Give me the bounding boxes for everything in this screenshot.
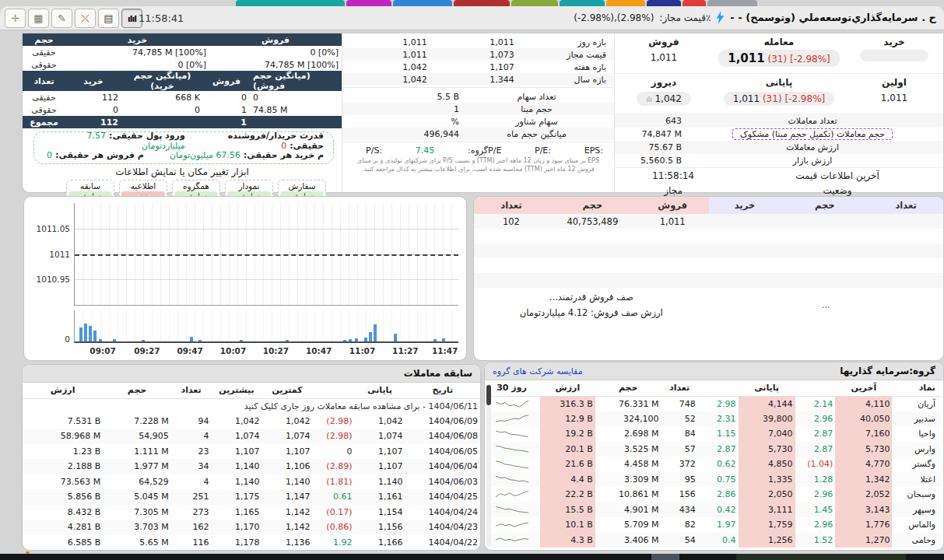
trade-history-panel: سابقه معاملات تاریخ پایانی کمترین بیشتری… (22, 364, 481, 551)
current-day-history-link[interactable]: 1404/06/11 - برای مشاهده سابقه معاملات ر… (23, 398, 480, 414)
top-tab[interactable]: DPS (647, 0, 681, 6)
count-sell-header: فروش (203, 71, 250, 91)
total-sell: 1 (203, 116, 250, 128)
sparkline-30d (493, 503, 531, 516)
history-row[interactable]: 1404/04/241,154(0.17)1,1421,1652737.305 … (23, 505, 480, 520)
ratios-footnote: EPS بر مبنای سود و زیان 12 ماهه اخیر (TT… (349, 157, 608, 174)
form-icon[interactable]: ▤ (98, 9, 119, 28)
scrollbar-thumb[interactable] (486, 385, 491, 405)
sparkline-30d (493, 473, 531, 485)
top-tab[interactable]: معرفی (560, 0, 605, 6)
group-symbol-row[interactable]: آریان4,1102.144,1442.9874876.331 M316.3 … (484, 396, 942, 411)
group-symbol-row[interactable]: وسبحان2,0522.962,0502.8615610.861 M22.2 … (484, 487, 942, 502)
top-tab[interactable]: سود و زیان (454, 0, 510, 6)
money-inflow-label: ورود پول حقیقی: (109, 131, 185, 141)
scrollbar[interactable] (486, 383, 491, 547)
buy-count-header: تعداد (869, 197, 943, 214)
orderbook-row[interactable] (474, 324, 943, 338)
top-tab[interactable]: سهامداران (707, 0, 757, 6)
fund-value: 1 (342, 104, 459, 114)
table-row: 0 [0%]74,785 M [100%]حقیقی (23, 46, 342, 58)
history-row[interactable]: 1404/04/231,156(0.86)1,1421,1701623.703 … (23, 520, 480, 535)
orderbook-row[interactable] (474, 273, 943, 288)
range-high: 1,011 (458, 37, 546, 47)
history-row[interactable]: 1404/04/221,1661.921,1361,1781165.65 M6.… (23, 535, 480, 551)
price-chart: 1011.05 1011 1010.95 (74, 203, 458, 306)
y-axis-tick: 1011.05 (37, 224, 70, 233)
group-symbol-row[interactable]: وحامی1,2701.521,2560.4543.406 M4.3 B (484, 533, 942, 548)
trade-pct: [-2.98%] (790, 54, 830, 65)
history-row[interactable]: 1404/06/091,042(2.98)1,0421,042947.228 M… (23, 414, 480, 429)
group-symbol-row[interactable]: واحیا7,1602.877,0401.15842.698 M19.2 B (484, 426, 942, 442)
volume-bar (433, 339, 437, 341)
close-price: 1,011 (733, 93, 760, 104)
history-row[interactable]: 1404/06/031,140(1.81)1,1401,140464,52973… (23, 474, 480, 490)
price-ranges: بازه روز1,0111,011 قیمت مجاز1,0731,011 ب… (342, 33, 614, 88)
volume-bar (374, 324, 377, 341)
x-axis-tick: 09:27 (134, 346, 160, 355)
top-tab[interactable]: انتشار (606, 0, 645, 6)
top-tab[interactable]: ترازنامه (511, 0, 558, 6)
group-title: گروه:سرمایه گذاریها (840, 366, 935, 376)
orderbook-row[interactable] (474, 229, 943, 243)
range-row: بازه هفته1,1071,042 (342, 61, 614, 73)
totals-label: مجموع (23, 116, 65, 128)
orderbook-panel: تعداد حجم خرید فروش حجم تعداد 1,011 40,7… (473, 196, 944, 361)
stat-row: ارزش معاملات75.67 B (615, 141, 943, 154)
flow-cell: 74,785 M [100%] (209, 58, 342, 71)
taskbar (0, 554, 944, 560)
ratios-row: EPS: P/E: P/Eگروه: 7.45 P/S: (342, 142, 614, 156)
top-tab[interactable]: تولید و فروش (393, 0, 452, 6)
orderbook-row[interactable] (474, 243, 943, 258)
sparkline-30d (493, 443, 531, 455)
group-symbol-row[interactable]: والماس1,7762.961,7591.97825.709 M10.1 B (484, 517, 942, 533)
yesterday-price-pill: ılı 1,042 (637, 92, 691, 106)
table-row: 74,785 M [100%]0 [0%]حقوقی (23, 58, 342, 71)
first-price: 1,011 (848, 90, 940, 103)
col-header-low: کمترین (261, 383, 312, 398)
add-icon[interactable]: ✛ (5, 9, 26, 28)
pe-label: P/E: (535, 145, 551, 156)
history-row[interactable]: 1404/04/251,1610.611,1471,1752515.045 M5… (23, 489, 480, 505)
orderbook-row[interactable] (474, 258, 943, 273)
close-label: پایانی (710, 77, 848, 88)
status-label: وضعیت (732, 185, 943, 196)
range-high: 1,344 (458, 75, 546, 85)
volume-bar (343, 340, 346, 341)
last-price-info-time: 11:58:14 (615, 170, 732, 181)
table-row: 00668 K112حقیقی (23, 91, 342, 103)
group-symbol-row[interactable]: وسپهر3,1431.453,1110.424344.901 M15.5 B (484, 502, 942, 518)
fund-value: % (342, 117, 459, 127)
trade-label: معامله (710, 37, 848, 47)
sparkline-30d (493, 412, 531, 425)
volume-bar (198, 340, 202, 341)
history-row[interactable]: 1404/06/041,107(2.89)1,1061,140341.977 M… (23, 459, 480, 474)
top-tab[interactable]: حد (683, 0, 706, 6)
price-limit-label: ٪قیمت مجاز: (659, 12, 711, 23)
group-symbol-row[interactable]: وارس5,7302.875,7302.87573.525 M20.1 B (484, 442, 942, 457)
quote-info-card: خرید معامله 1,011 (31) [-2.98%] فروش 1,0… (22, 33, 944, 193)
flow-buy-header: خرید (65, 33, 209, 46)
history-row[interactable]: 1404/06/051,10701,1071,107231.111 M1.23 … (23, 444, 480, 460)
page-title: ح . سرمايه‌گذاري‌توسعه‌ملي (وتوسمح) - - (730, 12, 936, 23)
group-symbol-row[interactable]: وگستر4,770(1.04)4,8500.623724.458 M21.6 … (484, 457, 942, 472)
note-icon[interactable]: ✎ (51, 9, 72, 28)
buy-queue-placeholder: ... (709, 288, 943, 324)
volume-zero-tick: 0 (65, 334, 70, 344)
volume-bar (190, 337, 193, 341)
group-symbol-row[interactable]: سدبیر40,0502.9639,8002.3152324,10012.9 B (484, 411, 942, 427)
buy-price-pill[interactable] (860, 50, 928, 61)
top-tab[interactable]: تصمیمات مجمع (236, 0, 345, 6)
group-symbol-row[interactable]: اعتلا1,3421.281,3350.75953.309 M4.4 B (484, 472, 942, 488)
avg-buy-value: 67.56 میلیون‌تومان (167, 150, 244, 160)
scatter-chart-icon[interactable]: ⤬ (75, 9, 96, 28)
calculator-icon[interactable]: ▦ (28, 9, 49, 28)
compare-group-link[interactable]: مقایسه شرکت های گروه (493, 366, 583, 376)
orderbook-row[interactable]: 1,011 40,753,489 102 (474, 214, 943, 229)
totals-row: 1112مجموع (23, 116, 342, 128)
buy-label: خرید (848, 37, 940, 47)
top-tab[interactable]: پرتفوی (346, 0, 391, 6)
count-corner-header: تعداد (23, 71, 65, 91)
history-row[interactable]: 1404/06/081,074(2.98)1,0741,074454,90558… (23, 429, 480, 444)
col-header-date: تاریخ (405, 383, 481, 398)
